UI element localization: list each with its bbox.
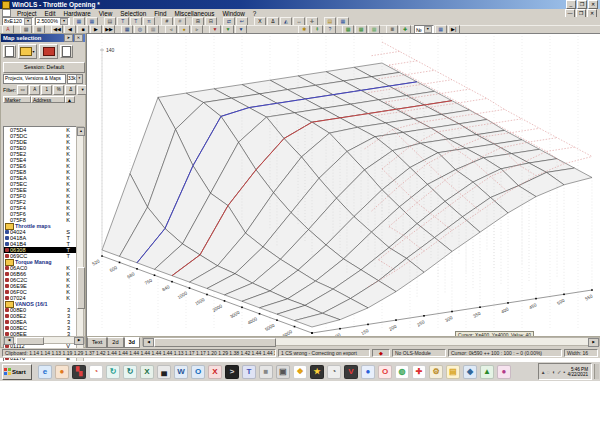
marker-red-icon	[5, 308, 9, 312]
filter-button-2[interactable]: A	[29, 85, 40, 95]
tray-icon-1[interactable]: ▴	[542, 369, 545, 375]
taskbar: Start e●▚◔↻↻X▄WOX>T■▣❖★◔V●O◍✚⚙▤◆▲● ▴◌◖✓▪…	[0, 361, 600, 381]
pink-app-icon[interactable]: ●	[497, 365, 511, 379]
close-app-icon[interactable]: X	[208, 365, 222, 379]
marker-empty	[5, 146, 9, 150]
column-sort[interactable]: ▲	[65, 96, 75, 103]
show-desktop-button[interactable]	[594, 364, 599, 379]
color-app-icon[interactable]: ❖	[293, 365, 307, 379]
panel-pin-button[interactable]: ➤	[64, 34, 73, 42]
sync-icon[interactable]: ↻	[106, 365, 120, 379]
vault-icon[interactable]: ▣	[276, 365, 290, 379]
firefox-icon[interactable]: ●	[361, 365, 375, 379]
chrome-icon[interactable]: ◔	[89, 365, 103, 379]
combo-arrow-icon[interactable]: ▾	[424, 26, 432, 33]
list-vertical-scrollbar[interactable]: ▲ ▼	[76, 126, 84, 371]
menu-item-project[interactable]: Project	[13, 10, 41, 17]
tray-icon-4[interactable]: ✓	[557, 369, 562, 375]
tab-text[interactable]: Text	[87, 337, 107, 348]
scroll-right-icon[interactable]: ▶	[588, 338, 599, 347]
filter-button-1[interactable]: ▭	[17, 85, 28, 95]
tray-icon-3[interactable]: ◖	[552, 369, 555, 375]
scroll-thumb[interactable]	[16, 337, 44, 345]
scroll-right-icon[interactable]: ▶	[74, 337, 84, 345]
filter-button-5[interactable]: Δ	[65, 85, 76, 95]
sheet-edit-icon	[62, 46, 71, 57]
combo-arrow-icon[interactable]: ▾	[24, 18, 32, 25]
marker-blue-icon	[5, 230, 9, 234]
svg-text:5000: 5000	[264, 322, 276, 332]
folder-app-icon[interactable]: ▤	[446, 365, 460, 379]
panel-close-button[interactable]: ✕	[74, 34, 83, 42]
terminal-icon[interactable]: >	[225, 365, 239, 379]
svg-text:250: 250	[416, 319, 426, 327]
vivaldi-icon[interactable]: V	[344, 365, 358, 379]
marker-red-icon	[5, 278, 9, 282]
winols-app-icon[interactable]: ▚	[72, 365, 86, 379]
scope-value-select[interactable]: 33k ▾	[67, 74, 83, 84]
scroll-left-icon[interactable]: ◀	[4, 337, 14, 345]
filter-row: Filter: ▭A1%Δ▾	[3, 85, 83, 95]
transfer-icon[interactable]: ✚	[412, 365, 426, 379]
media-player-icon[interactable]: ●	[55, 365, 69, 379]
toolbar-separator	[273, 25, 277, 32]
import-button[interactable]	[39, 44, 58, 59]
map-properties-button[interactable]	[60, 45, 73, 58]
toolbar-separator	[293, 25, 297, 32]
sync-alt-icon[interactable]: ↻	[123, 365, 137, 379]
scroll-up-icon[interactable]: ▲	[77, 127, 85, 136]
menu-item-miscellaneous[interactable]: Miscellaneous	[170, 10, 218, 17]
marker-red-icon	[5, 248, 9, 252]
menu-item-selection[interactable]: Selection	[116, 10, 150, 17]
menu-item-[interactable]: ?	[249, 10, 261, 17]
menu-item-view[interactable]: View	[95, 10, 117, 17]
scroll-thumb[interactable]	[154, 338, 276, 347]
column-marker[interactable]: Marker	[3, 96, 31, 103]
word-icon[interactable]: W	[174, 365, 188, 379]
scroll-left-icon[interactable]: ◀	[143, 338, 154, 347]
filter-label: Filter:	[3, 87, 16, 93]
browser-globe-icon[interactable]: ◍	[395, 365, 409, 379]
filter-button-4[interactable]: %	[53, 85, 64, 95]
tray-icon-5[interactable]: ▪	[564, 369, 566, 375]
menu-item-window[interactable]: Window	[218, 10, 248, 17]
scroll-thumb[interactable]	[77, 267, 85, 309]
combo-arrow-icon[interactable]: ▾	[60, 18, 68, 25]
menu-item-hardware[interactable]: Hardware	[59, 10, 94, 17]
opera-icon[interactable]: O	[378, 365, 392, 379]
session-button[interactable]: Session: Default	[3, 62, 85, 73]
teams-icon[interactable]: T	[242, 365, 256, 379]
toolbar-separator	[204, 25, 208, 32]
svg-text:600: 600	[109, 265, 119, 273]
toolbar-separator	[248, 25, 252, 32]
tab-3d[interactable]: 3d	[124, 337, 141, 348]
marker-red-icon	[5, 320, 9, 324]
panel-horizontal-scrollbar[interactable]: ◀ ▶	[3, 336, 85, 344]
tray-icon-2[interactable]: ◌	[546, 369, 549, 375]
gray-app-icon[interactable]: ■	[259, 365, 273, 379]
tab-2d[interactable]: 2d	[107, 337, 123, 348]
settings-wrench-icon[interactable]: ⚙	[429, 365, 443, 379]
green-app-icon[interactable]: ▲	[480, 365, 494, 379]
blue-app-icon[interactable]: ◆	[463, 365, 477, 379]
marker-empty	[5, 200, 9, 204]
open-project-button[interactable]: ▾	[18, 44, 37, 59]
menu-item-edit[interactable]: Edit	[41, 10, 60, 17]
marker-empty	[5, 152, 9, 156]
star-app-icon[interactable]: ★	[310, 365, 324, 379]
excel-icon[interactable]: X	[140, 365, 154, 379]
menu-item-find[interactable]: Find	[150, 10, 170, 17]
column-address[interactable]: Address	[31, 96, 65, 103]
new-map-button[interactable]	[3, 45, 16, 58]
marker-red-icon	[5, 296, 9, 300]
device-icon[interactable]: ▄	[157, 365, 171, 379]
plot-horizontal-scrollbar[interactable]: ◀ ▶	[142, 337, 600, 346]
scope-select[interactable]: Projects, Versions & Maps	[3, 74, 66, 84]
map-3d-view[interactable]: 5206006807608401000150020003000400050006…	[86, 33, 600, 348]
clock-app-icon[interactable]: ◔	[327, 365, 341, 379]
filter-button-3[interactable]: 1	[41, 85, 52, 95]
outlook-icon[interactable]: O	[191, 365, 205, 379]
start-button[interactable]: Start	[2, 364, 32, 380]
internet-explorer-icon[interactable]: e	[38, 365, 52, 379]
marker-red-icon	[5, 254, 9, 258]
